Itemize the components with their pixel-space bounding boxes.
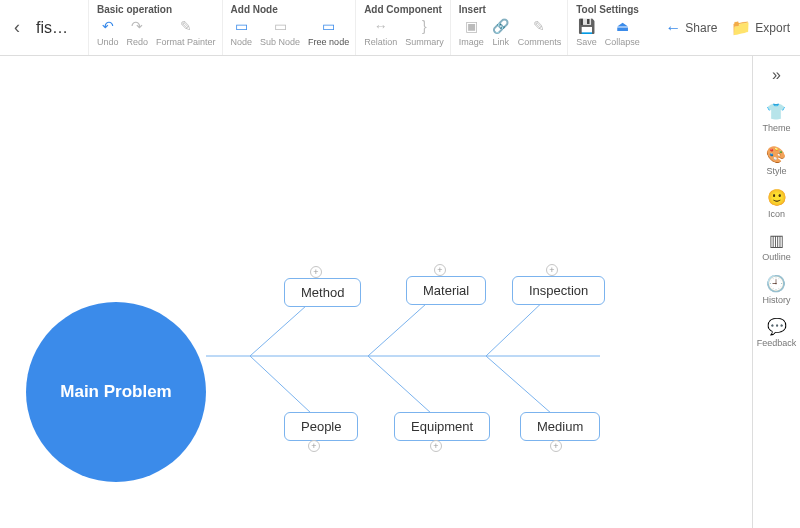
sidebar-item-history[interactable]: 🕘History [762, 274, 790, 305]
theme-icon: 👕 [766, 102, 786, 121]
sidebar-item-outline[interactable]: ▥Outline [762, 231, 791, 262]
free-node-icon: ▭ [320, 17, 338, 35]
link-icon: 🔗 [492, 17, 510, 35]
toolbar-group-tool-settings: Tool Settings 💾Save ⏏Collapse [567, 0, 646, 55]
undo-icon: ↶ [99, 17, 117, 35]
summary-icon: } [415, 17, 433, 35]
toolbar-group-label: Tool Settings [576, 4, 640, 15]
sidebar-item-label: History [762, 295, 790, 305]
redo-label: Redo [127, 37, 149, 47]
fishbone-head-label: Main Problem [60, 382, 171, 402]
free-node-button[interactable]: ▭Free node [308, 17, 349, 47]
link-label: Link [492, 37, 509, 47]
fishbone-cause-label: Material [423, 283, 469, 298]
summary-button[interactable]: }Summary [405, 17, 444, 47]
sidebar-item-label: Icon [768, 209, 785, 219]
add-child-button[interactable]: + [550, 440, 562, 452]
fishbone-cause-label: People [301, 419, 341, 434]
share-button[interactable]: ←Share [665, 19, 717, 37]
fishbone-cause-label: Medium [537, 419, 583, 434]
icon-icon: 🙂 [767, 188, 787, 207]
fishbone-cause-node[interactable]: Method [284, 278, 361, 307]
summary-label: Summary [405, 37, 444, 47]
add-child-button[interactable]: + [434, 264, 446, 276]
sidebar-item-label: Outline [762, 252, 791, 262]
fishbone-cause-node[interactable]: Material [406, 276, 486, 305]
image-icon: ▣ [462, 17, 480, 35]
outline-icon: ▥ [769, 231, 784, 250]
export-button[interactable]: 📁Export [731, 18, 790, 37]
undo-button[interactable]: ↶Undo [97, 17, 119, 47]
sub-node-icon: ▭ [271, 17, 289, 35]
save-button[interactable]: 💾Save [576, 17, 597, 47]
svg-line-4 [250, 356, 312, 414]
right-sidebar: » 👕Theme 🎨Style 🙂Icon ▥Outline 🕘History … [752, 56, 800, 528]
fishbone-cause-node[interactable]: Medium [520, 412, 600, 441]
sidebar-item-label: Feedback [757, 338, 797, 348]
relation-button[interactable]: ↔Relation [364, 17, 397, 47]
redo-icon: ↷ [128, 17, 146, 35]
fishbone-cause-label: Method [301, 285, 344, 300]
toolbar-right-actions: ←Share 📁Export [665, 0, 800, 55]
format-painter-icon: ✎ [177, 17, 195, 35]
diagram-canvas[interactable]: Main Problem Method + Material + Inspect… [0, 56, 752, 528]
sidebar-item-style[interactable]: 🎨Style [766, 145, 786, 176]
toolbar-group-add-node: Add Node ▭Node ▭Sub Node ▭Free node [222, 0, 356, 55]
collapse-icon: ⏏ [613, 17, 631, 35]
node-button[interactable]: ▭Node [231, 17, 253, 47]
save-label: Save [576, 37, 597, 47]
share-label: Share [685, 21, 717, 35]
toolbar-group-label: Basic operation [97, 4, 216, 15]
relation-icon: ↔ [372, 17, 390, 35]
fishbone-cause-node[interactable]: Equipment [394, 412, 490, 441]
relation-label: Relation [364, 37, 397, 47]
free-node-label: Free node [308, 37, 349, 47]
toolbar-group-basic: Basic operation ↶Undo ↷Redo ✎Format Pain… [88, 0, 222, 55]
sidebar-item-label: Style [766, 166, 786, 176]
fishbone-cause-label: Equipment [411, 419, 473, 434]
back-button[interactable]: ‹ [0, 0, 34, 55]
toolbar-group-label: Insert [459, 4, 562, 15]
comments-icon: ✎ [530, 17, 548, 35]
fishbone-cause-label: Inspection [529, 283, 588, 298]
share-icon: ← [665, 19, 681, 37]
sidebar-item-icon[interactable]: 🙂Icon [767, 188, 787, 219]
sidebar-item-feedback[interactable]: 💬Feedback [757, 317, 797, 348]
comments-button[interactable]: ✎Comments [518, 17, 562, 47]
image-label: Image [459, 37, 484, 47]
undo-label: Undo [97, 37, 119, 47]
sub-node-label: Sub Node [260, 37, 300, 47]
toolbar-group-label: Add Node [231, 4, 350, 15]
fishbone-cause-node[interactable]: Inspection [512, 276, 605, 305]
save-icon: 💾 [577, 17, 595, 35]
node-label: Node [231, 37, 253, 47]
comments-label: Comments [518, 37, 562, 47]
style-icon: 🎨 [766, 145, 786, 164]
sub-node-button[interactable]: ▭Sub Node [260, 17, 300, 47]
fishbone-cause-node[interactable]: People [284, 412, 358, 441]
collapse-label: Collapse [605, 37, 640, 47]
image-button[interactable]: ▣Image [459, 17, 484, 47]
fishbone-head-node[interactable]: Main Problem [26, 302, 206, 482]
sidebar-item-theme[interactable]: 👕Theme [762, 102, 790, 133]
sidebar-collapse-button[interactable]: » [772, 66, 781, 84]
node-icon: ▭ [232, 17, 250, 35]
toolbar-group-add-component: Add Component ↔Relation }Summary [355, 0, 450, 55]
history-icon: 🕘 [766, 274, 786, 293]
feedback-icon: 💬 [767, 317, 787, 336]
add-child-button[interactable]: + [310, 266, 322, 278]
export-icon: 📁 [731, 18, 751, 37]
document-title-input[interactable]: fis… [34, 0, 88, 55]
sidebar-item-label: Theme [762, 123, 790, 133]
format-painter-button[interactable]: ✎Format Painter [156, 17, 216, 47]
add-child-button[interactable]: + [308, 440, 320, 452]
toolbar-group-label: Add Component [364, 4, 444, 15]
collapse-button[interactable]: ⏏Collapse [605, 17, 640, 47]
add-child-button[interactable]: + [430, 440, 442, 452]
toolbar-group-insert: Insert ▣Image 🔗Link ✎Comments [450, 0, 568, 55]
svg-line-5 [368, 356, 432, 414]
add-child-button[interactable]: + [546, 264, 558, 276]
link-button[interactable]: 🔗Link [492, 17, 510, 47]
redo-button[interactable]: ↷Redo [127, 17, 149, 47]
svg-line-6 [486, 356, 552, 414]
